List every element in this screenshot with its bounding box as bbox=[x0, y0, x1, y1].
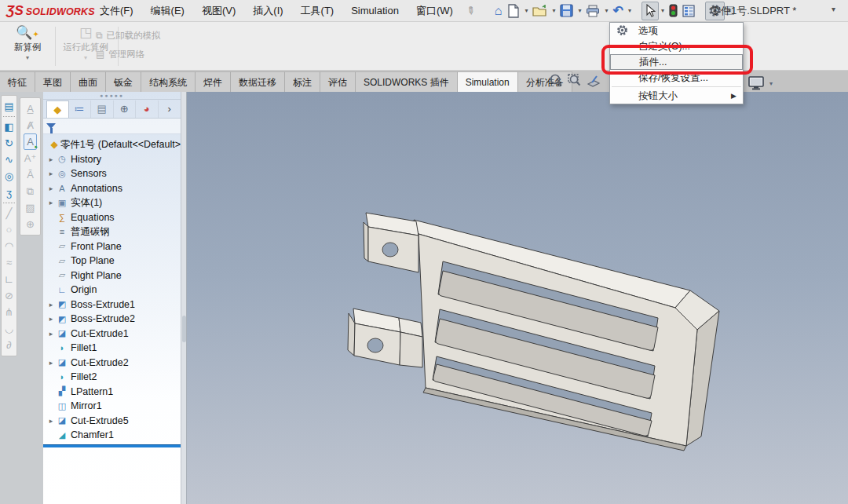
command-tab-草图[interactable]: 草图 bbox=[35, 71, 71, 92]
balloon-icon[interactable]: Ā bbox=[24, 166, 37, 183]
menu-插入I[interactable]: 插入(I) bbox=[244, 0, 291, 22]
expand-arrow-icon[interactable]: ▸ bbox=[46, 359, 56, 367]
undo-icon[interactable]: ↶ bbox=[610, 2, 625, 20]
copy-annotation-icon[interactable]: ⧉ bbox=[24, 183, 37, 199]
rib-tool-icon[interactable]: ∟ bbox=[2, 271, 16, 287]
expand-arrow-icon[interactable]: ▸ bbox=[46, 301, 56, 309]
tab-displaymanager[interactable]: ◕ bbox=[136, 100, 159, 118]
tree-item-Boss-Extrude1[interactable]: ▸◩Boss-Extrude1 bbox=[43, 298, 181, 312]
menu-文件F[interactable]: 文件(F) bbox=[91, 0, 142, 22]
command-tab-标注[interactable]: 标注 bbox=[285, 71, 320, 92]
tab-featuremanager[interactable]: ◆ bbox=[46, 100, 69, 118]
command-tab-曲面[interactable]: 曲面 bbox=[71, 71, 106, 92]
tree-item-普通碳钢[interactable]: ≡普通碳钢 bbox=[43, 225, 181, 239]
panel-viewport-splitter[interactable] bbox=[181, 92, 187, 504]
tree-item-LPattern1[interactable]: ▞LPattern1 bbox=[43, 385, 181, 400]
settings-menu-item-选项[interactable]: 选项 bbox=[610, 23, 743, 38]
command-tab-数据迁移[interactable]: 数据迁移 bbox=[231, 71, 285, 92]
tree-item-Front Plane[interactable]: ▱Front Plane bbox=[43, 239, 181, 254]
wrap-tool-icon[interactable]: ≈ bbox=[2, 254, 16, 271]
splitter-grip[interactable] bbox=[182, 316, 186, 342]
tree-item-实体(1)[interactable]: ▸▣实体(1) bbox=[43, 195, 181, 210]
section-view-icon[interactable] bbox=[586, 73, 601, 89]
tree-item-Sensors[interactable]: ▸◎Sensors bbox=[43, 166, 181, 181]
datum-target-icon[interactable]: A⁺ bbox=[24, 150, 37, 166]
tree-item-Chamfer1[interactable]: ◢Chamfer1 bbox=[43, 428, 181, 443]
tab-propertymanager[interactable]: ≔ bbox=[69, 100, 92, 118]
menu-工具T[interactable]: 工具(T) bbox=[292, 0, 343, 22]
tree-item-Mirror1[interactable]: ◫Mirror1 bbox=[43, 399, 181, 414]
chevron-down-icon[interactable]: ▾ bbox=[522, 7, 530, 14]
tab-dimxpertmanager[interactable]: ⊕ bbox=[114, 100, 137, 118]
settings-menu-item-自定义O[interactable]: 自定义(O)... bbox=[610, 38, 743, 54]
tree-item-Fillet1[interactable]: ◗Fillet1 bbox=[43, 341, 181, 356]
display-settings-list-icon[interactable] bbox=[680, 2, 697, 20]
tree-item-Cut-Extrude1[interactable]: ▸◪Cut-Extrude1 bbox=[43, 327, 181, 341]
command-tab-特征[interactable]: 特征 bbox=[0, 71, 35, 92]
select-cursor-icon[interactable] bbox=[641, 2, 659, 20]
new-document-icon[interactable] bbox=[504, 2, 522, 20]
menu-Simulation[interactable]: Simulation bbox=[342, 0, 408, 22]
chamfer-tool-icon[interactable]: ○ bbox=[2, 221, 16, 238]
command-tab-SOLIDWORKS 插件[interactable]: SOLIDWORKS 插件 bbox=[356, 71, 458, 92]
revolved-boss-icon[interactable]: ↻ bbox=[2, 135, 16, 152]
tree-item-Cut-Extrude2[interactable]: ▸◪Cut-Extrude2 bbox=[43, 356, 181, 371]
tree-root-item[interactable]: ◆零件1号 (Default<<Default> bbox=[43, 137, 181, 152]
chevron-down-icon[interactable]: ▾ bbox=[659, 7, 667, 14]
panel-splitter-handle[interactable]: ●●●●● bbox=[43, 92, 181, 100]
expand-arrow-icon[interactable]: ▸ bbox=[46, 199, 56, 206]
expand-arrow-icon[interactable]: ▸ bbox=[46, 315, 56, 323]
tree-filter-row[interactable] bbox=[43, 119, 181, 134]
dome-tool-icon[interactable]: ◡ bbox=[2, 320, 16, 337]
expand-arrow-icon[interactable]: ▸ bbox=[46, 155, 56, 163]
tree-item-Equations[interactable]: ∑Equations bbox=[43, 210, 181, 225]
fillet-tool-icon[interactable]: ╱ bbox=[2, 205, 16, 221]
print-icon[interactable] bbox=[583, 2, 602, 20]
chevron-down-icon[interactable]: ▾ bbox=[3, 54, 52, 61]
swept-boss-icon[interactable]: ∿ bbox=[2, 152, 16, 168]
trim-tool-icon[interactable]: ⋔ bbox=[2, 304, 16, 320]
chevron-down-icon[interactable]: ▾ bbox=[832, 5, 835, 13]
save-icon[interactable] bbox=[557, 2, 576, 20]
manage-network-button[interactable]: ▤ 管理网络 bbox=[96, 47, 144, 61]
weld-symbol-icon[interactable]: ▨ bbox=[24, 199, 37, 216]
tree-item-Top Plane[interactable]: ▱Top Plane bbox=[43, 254, 181, 268]
expand-arrow-icon[interactable]: ▸ bbox=[46, 417, 56, 425]
menu-窗口W[interactable]: 窗口(W) bbox=[408, 0, 462, 22]
tree-item-Origin[interactable]: ∟Origin bbox=[43, 283, 181, 298]
chevron-down-icon[interactable]: ▾ bbox=[602, 7, 610, 14]
chevron-down-icon[interactable]: ▾ bbox=[550, 7, 557, 14]
tree-item-History[interactable]: ▸◷History bbox=[43, 152, 181, 167]
chevron-down-icon[interactable]: ▾ bbox=[576, 7, 583, 14]
command-tab-钣金[interactable]: 钣金 bbox=[106, 71, 141, 92]
menu-编辑E[interactable]: 编辑(E) bbox=[142, 0, 193, 22]
settings-menu-item-插件[interactable]: 插件... bbox=[610, 54, 743, 70]
home-icon[interactable]: ⌂ bbox=[492, 2, 505, 20]
panel-tab-overflow[interactable]: › bbox=[159, 100, 181, 118]
command-tab-评估[interactable]: 评估 bbox=[320, 71, 356, 92]
pin-icon[interactable]: ✎ bbox=[463, 3, 477, 18]
rollback-bar[interactable] bbox=[43, 444, 181, 447]
display-style-monitor-icon[interactable] bbox=[747, 75, 766, 91]
lofted-boss-icon[interactable]: ◎ bbox=[2, 168, 16, 184]
rebuild-traffic-light-icon[interactable] bbox=[667, 2, 680, 20]
open-icon[interactable] bbox=[530, 2, 550, 20]
settings-menu-item-保存恢复设置[interactable]: 保存/恢复设置... bbox=[610, 70, 743, 86]
new-study-button[interactable]: 🔍✦ 新算例 ▾ bbox=[3, 24, 52, 68]
draft-tool-icon[interactable]: ◠ bbox=[2, 238, 16, 254]
command-tab-Simulation[interactable]: Simulation bbox=[458, 71, 518, 92]
annotation-view-icon[interactable]: A bbox=[24, 133, 37, 150]
expand-arrow-icon[interactable]: ▸ bbox=[46, 330, 56, 338]
extruded-boss-icon[interactable]: ◧ bbox=[2, 119, 16, 135]
settings-menu-item-按钮大小[interactable]: 按钮大小▶ bbox=[610, 88, 743, 104]
tree-item-Annotations[interactable]: ▸AAnnotations bbox=[43, 181, 181, 196]
mirror-tool-icon[interactable]: ⊘ bbox=[2, 287, 16, 304]
menu-视图V[interactable]: 视图(V) bbox=[193, 0, 244, 22]
expand-arrow-icon[interactable]: ▸ bbox=[46, 170, 56, 177]
annotation-settings-icon[interactable]: ⊕ bbox=[24, 216, 37, 232]
zoom-to-fit-icon[interactable] bbox=[548, 73, 564, 89]
boundary-boss-icon[interactable]: ʒ bbox=[2, 184, 16, 201]
graphics-viewport[interactable] bbox=[187, 92, 848, 504]
tree-item-Boss-Extrude2[interactable]: ▸◩Boss-Extrude2 bbox=[43, 312, 181, 327]
offloaded-simulation-button[interactable]: ⧉ 已卸载的模拟 bbox=[96, 28, 161, 42]
